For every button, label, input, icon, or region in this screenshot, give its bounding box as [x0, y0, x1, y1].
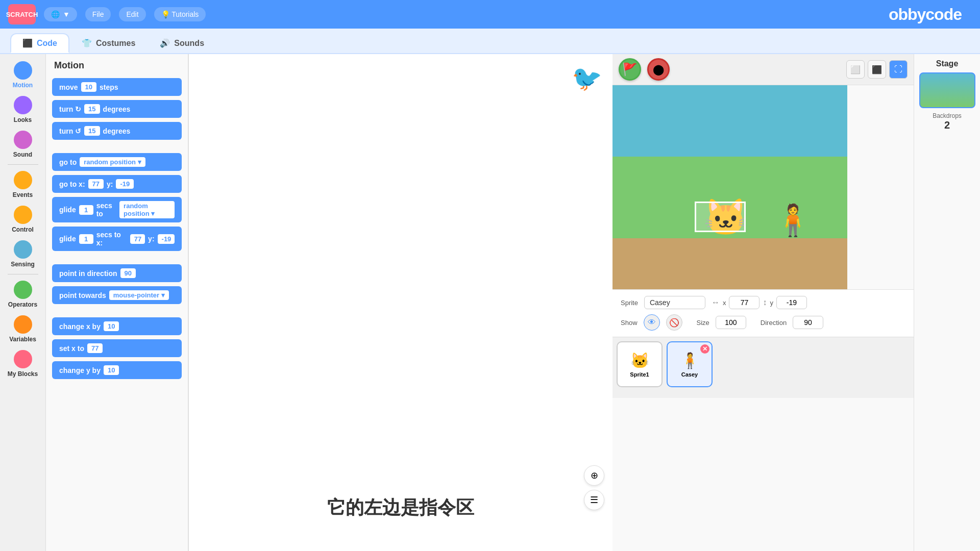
- show-label: Show: [621, 319, 638, 327]
- control-row: 🚩 ⬤ ⬜ ⬛ ⛶: [612, 54, 914, 85]
- tutorials-button[interactable]: 💡 Tutorials: [154, 7, 206, 21]
- myblocks-dot: [14, 350, 32, 368]
- fullscreen-button[interactable]: ⛶: [889, 60, 908, 79]
- show-hidden-button[interactable]: 🚫: [666, 314, 682, 331]
- file-menu[interactable]: File: [85, 7, 111, 21]
- obbycode-logo: obbycode: [889, 5, 962, 24]
- main: Motion Looks Sound Events Control Sensin…: [0, 54, 980, 551]
- block-turn-cw[interactable]: turn ↻ 15 degrees: [52, 100, 182, 118]
- edit-menu[interactable]: Edit: [119, 7, 145, 21]
- operators-dot: [14, 281, 32, 299]
- stage-sidebar: Stage Backdrops 2: [914, 54, 980, 551]
- tab-code[interactable]: ⬛ Code: [10, 33, 69, 53]
- motion-dot: [14, 61, 32, 80]
- tab-costumes[interactable]: 👕 Costumes: [69, 33, 148, 53]
- events-dot: [14, 171, 32, 189]
- size-input[interactable]: [716, 316, 746, 329]
- category-sensing[interactable]: Sensing: [3, 237, 43, 271]
- blocks-panel: Motion move 10 steps turn ↻ 15 degrees t…: [46, 54, 189, 551]
- x-input[interactable]: [729, 296, 760, 309]
- scratch-logo: SCRATCH: [8, 4, 36, 24]
- code-icon: ⬛: [22, 38, 33, 48]
- layout-buttons: ⬜ ⬛ ⛶: [846, 60, 908, 79]
- y-label: y: [770, 299, 773, 307]
- block-move[interactable]: move 10 steps: [52, 78, 182, 96]
- sprite-info-panel: Sprite ↔ x ↕ y Show 👁 🚫 Size Direction: [612, 289, 914, 337]
- goal-post: [695, 202, 746, 232]
- category-sound[interactable]: Sound: [3, 128, 43, 161]
- costumes-icon: 👕: [82, 38, 92, 48]
- block-change-y[interactable]: change y by 10: [52, 361, 182, 379]
- x-arrow-icon: ↔: [712, 298, 720, 307]
- globe-icon: 🌐: [51, 10, 60, 18]
- script-area-sprite: 🐦: [572, 64, 602, 93]
- variables-dot: [14, 315, 32, 334]
- sprite-thumb-sprite1[interactable]: 🐱 Sprite1: [617, 341, 663, 387]
- topbar: SCRATCH 🌐 ▼ File Edit 💡 Tutorials obbyco…: [0, 0, 980, 29]
- block-glide-random[interactable]: glide 1 secs to random position ▾: [52, 197, 182, 222]
- tabbar: ⬛ Code 👕 Costumes 🔊 Sounds: [0, 29, 980, 54]
- direction-label: Direction: [761, 319, 787, 327]
- stage-area: 🚩 ⬤ ⬜ ⬛ ⛶ 🐱 🧍 Sprite ↔ x: [612, 54, 914, 551]
- sound-dot: [14, 131, 32, 149]
- subtitle-text: 它的左边是指令区: [327, 495, 474, 520]
- sounds-icon: 🔊: [160, 38, 170, 48]
- block-set-x[interactable]: set x to 77: [52, 339, 182, 357]
- size-label: Size: [697, 319, 709, 327]
- delete-casey-button[interactable]: ✕: [700, 344, 709, 354]
- category-myblocks[interactable]: My Blocks: [3, 347, 43, 381]
- sprite-casey-stage: 🧍: [774, 202, 812, 238]
- categories-panel: Motion Looks Sound Events Control Sensin…: [0, 54, 46, 551]
- block-goto-xy[interactable]: go to x: 77 y: -19: [52, 175, 182, 193]
- sprite-label: Sprite: [621, 299, 638, 307]
- y-arrow-icon: ↕: [763, 298, 767, 307]
- backdrops-label: Backdrops: [933, 112, 962, 119]
- block-turn-ccw[interactable]: turn ↺ 15 degrees: [52, 122, 182, 140]
- block-change-x[interactable]: change x by 10: [52, 317, 182, 335]
- zoom-in-button[interactable]: ⊕: [584, 465, 604, 486]
- stage-thumbnail[interactable]: [919, 72, 975, 108]
- green-flag-button[interactable]: 🚩: [619, 58, 641, 81]
- category-looks[interactable]: Looks: [3, 93, 43, 127]
- control-dot: [14, 206, 32, 224]
- backdrops-count: 2: [944, 119, 950, 131]
- script-area[interactable]: 🐦 它的左边是指令区 ⊕ ☰: [189, 54, 612, 551]
- zoom-menu-button[interactable]: ☰: [584, 490, 604, 510]
- blocks-panel-title: Motion: [52, 60, 182, 71]
- sprite-thumb-casey[interactable]: ✕ 🧍 Casey: [667, 341, 713, 387]
- sensing-dot: [14, 240, 32, 259]
- block-glide-xy[interactable]: glide 1 secs to x: 77 y: -19: [52, 227, 182, 251]
- block-point-towards[interactable]: point towards mouse-pointer ▾: [52, 286, 182, 304]
- category-events[interactable]: Events: [3, 168, 43, 202]
- layout-split[interactable]: ⬛: [868, 60, 886, 79]
- category-motion[interactable]: Motion: [3, 58, 43, 92]
- tab-sounds[interactable]: 🔊 Sounds: [148, 33, 216, 53]
- category-variables[interactable]: Variables: [3, 312, 43, 346]
- block-point-direction[interactable]: point in direction 90: [52, 264, 182, 282]
- looks-dot: [14, 96, 32, 114]
- y-input[interactable]: [776, 296, 807, 309]
- category-control[interactable]: Control: [3, 203, 43, 236]
- category-operators[interactable]: Operators: [3, 278, 43, 311]
- direction-input[interactable]: [793, 316, 823, 329]
- stop-button[interactable]: ⬤: [647, 58, 670, 81]
- stage-canvas: 🐱 🧍: [612, 85, 847, 289]
- layout-small[interactable]: ⬜: [846, 60, 865, 79]
- globe-button[interactable]: 🌐 ▼: [44, 7, 77, 21]
- stage-header: Stage: [936, 59, 959, 68]
- sprite-name-input[interactable]: [644, 296, 705, 309]
- block-goto[interactable]: go to random position ▾: [52, 153, 182, 171]
- show-visible-button[interactable]: 👁: [644, 314, 660, 331]
- x-label: x: [723, 299, 726, 307]
- sprite-list: 🐱 Sprite1 ✕ 🧍 Casey: [612, 337, 914, 398]
